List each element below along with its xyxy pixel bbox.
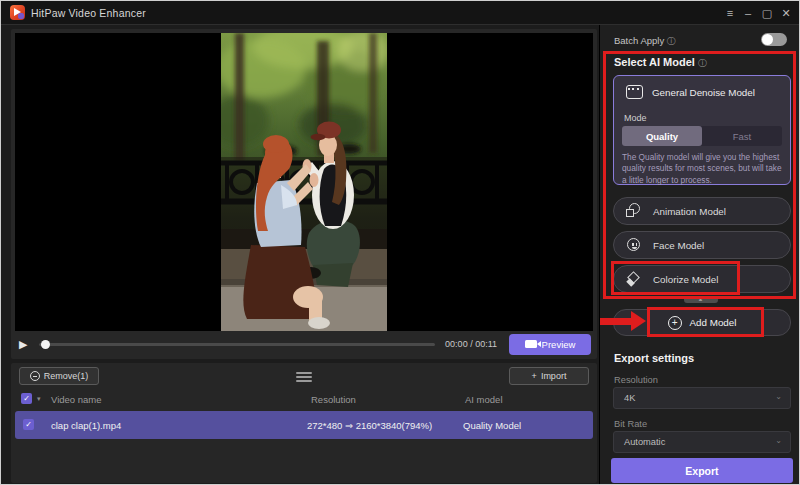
import-button[interactable]: + Import — [509, 367, 589, 385]
maximize-button[interactable]: ▢ — [758, 5, 776, 21]
remove-icon — [30, 371, 40, 381]
row-checkbox[interactable]: ✓ — [23, 419, 34, 430]
row-video-name: clap clap(1).mp4 — [51, 420, 121, 431]
title-bar: HitPaw Video Enhancer ≡ – ▢ ✕ — [1, 1, 799, 25]
bitrate-value: Automatic — [624, 437, 665, 447]
add-model-button[interactable]: + Add Model — [613, 309, 791, 336]
add-model-label: Add Model — [690, 317, 737, 328]
menu-icon[interactable]: ≡ — [721, 5, 739, 21]
select-all-checkbox[interactable]: ✓ — [21, 393, 32, 404]
time-display: 00:00 / 00:11 — [445, 339, 497, 349]
app-window: HitPaw Video Enhancer ≡ – ▢ ✕ — [0, 0, 800, 485]
video-panel: ▶ 00:00 / 00:11 Preview — [11, 29, 597, 359]
preview-button[interactable]: Preview — [509, 334, 591, 355]
camera-icon — [525, 340, 537, 348]
plus-icon: + — [532, 371, 537, 381]
column-ai-model: AI model — [465, 394, 503, 405]
general-denoise-model-card[interactable]: General Denoise Model Mode Quality Fast … — [613, 75, 791, 185]
animation-model-label: Animation Model — [653, 206, 726, 217]
select-ai-model-heading: Select AI Model ⓘ — [614, 56, 707, 70]
row-resolution: 272*480 ⇒ 2160*3840(794%) — [307, 420, 432, 431]
row-ai-model: Quality Model — [463, 420, 521, 431]
preview-label: Preview — [542, 339, 576, 350]
table-toolbar: Remove(1) + Import — [11, 367, 597, 387]
table-row[interactable]: ✓ clap clap(1).mp4 272*480 ⇒ 2160*3840(7… — [15, 411, 593, 439]
minimize-button[interactable]: – — [739, 5, 757, 21]
export-button[interactable]: Export — [611, 458, 793, 483]
colorize-model-button[interactable]: Colorize Model — [613, 265, 791, 293]
remove-button[interactable]: Remove(1) — [19, 367, 99, 385]
chevron-down-icon: ⌄ — [775, 392, 782, 401]
chevron-down-icon: ⌄ — [775, 436, 782, 445]
toggle-knob — [762, 34, 773, 45]
batch-apply-label: Batch Apply ⓘ — [614, 35, 676, 48]
remove-label: Remove(1) — [44, 371, 89, 381]
column-resolution: Resolution — [311, 394, 356, 405]
splitter-handle-icon[interactable] — [296, 370, 312, 384]
mode-label: Mode — [624, 113, 647, 123]
window-title: HitPaw Video Enhancer — [31, 7, 146, 19]
video-frame-image — [221, 33, 387, 331]
play-button[interactable]: ▶ — [19, 338, 35, 351]
import-label: Import — [541, 371, 567, 381]
colorize-model-icon — [626, 271, 642, 287]
colorize-model-label: Colorize Model — [653, 274, 718, 285]
animation-model-button[interactable]: Animation Model — [613, 197, 791, 225]
resolution-dropdown[interactable]: 4K ⌄ — [613, 387, 791, 409]
playback-controls: ▶ 00:00 / 00:11 Preview — [19, 332, 591, 356]
scroll-more-handle[interactable]: ▲ — [684, 296, 718, 303]
file-table-panel: Remove(1) + Import ✓ ▾ Video name Resolu… — [11, 363, 597, 483]
export-settings-heading: Export settings — [614, 352, 694, 364]
bitrate-dropdown[interactable]: Automatic ⌄ — [613, 431, 791, 453]
denoise-model-icon — [626, 85, 643, 99]
mode-quality-option[interactable]: Quality — [622, 126, 702, 146]
column-video-name: Video name — [51, 394, 102, 405]
seek-bar[interactable] — [39, 343, 435, 346]
info-icon[interactable]: ⓘ — [667, 36, 676, 46]
resolution-value: 4K — [624, 393, 635, 403]
plus-circle-icon: + — [668, 316, 682, 330]
animation-model-icon — [626, 203, 642, 219]
seek-knob[interactable] — [41, 340, 50, 349]
face-model-button[interactable]: Face Model — [613, 231, 791, 259]
batch-apply-toggle[interactable] — [761, 33, 787, 46]
chevron-down-icon[interactable]: ▾ — [37, 395, 41, 403]
settings-panel: Batch Apply ⓘ Select AI Model ⓘ General … — [599, 25, 800, 485]
mode-segmented-control: Quality Fast — [622, 126, 782, 146]
bitrate-label: Bit Rate — [614, 419, 647, 429]
face-model-icon — [626, 237, 642, 253]
video-viewport — [15, 33, 593, 331]
mode-fast-option[interactable]: Fast — [702, 126, 782, 146]
table-header: ✓ ▾ Video name Resolution AI model — [11, 393, 597, 409]
resolution-label: Resolution — [614, 375, 658, 385]
mode-description: The Quality model will give you the high… — [622, 152, 783, 186]
info-icon[interactable]: ⓘ — [698, 58, 707, 68]
caret-up-icon: ▲ — [698, 296, 704, 302]
face-model-label: Face Model — [653, 240, 704, 251]
app-logo-icon — [10, 5, 25, 20]
denoise-model-label: General Denoise Model — [652, 87, 755, 98]
close-button[interactable]: ✕ — [777, 5, 795, 21]
